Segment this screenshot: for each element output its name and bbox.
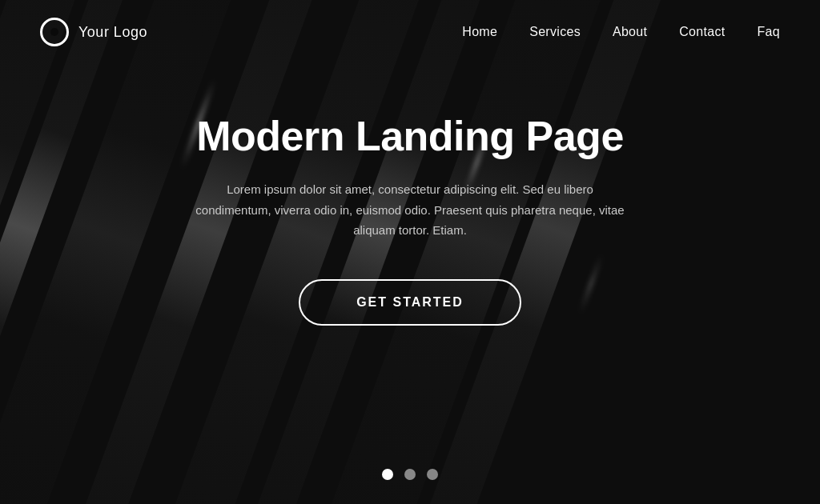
nav-link-faq[interactable]: Faq bbox=[758, 25, 780, 38]
hero-title: Modern Landing Page bbox=[196, 112, 624, 160]
nav-item-home[interactable]: Home bbox=[462, 25, 497, 39]
nav-item-contact[interactable]: Contact bbox=[679, 25, 725, 39]
nav-item-about[interactable]: About bbox=[613, 25, 647, 39]
dot-3[interactable] bbox=[427, 469, 438, 480]
dot-1[interactable] bbox=[382, 469, 393, 480]
navbar: Your Logo Home Services About Contact Fa… bbox=[0, 0, 820, 64]
dot-2[interactable] bbox=[404, 469, 416, 480]
nav-links: Home Services About Contact Faq bbox=[462, 25, 780, 39]
nav-link-home[interactable]: Home bbox=[462, 25, 497, 38]
hero-description: Lorem ipsum dolor sit amet, consectetur … bbox=[194, 179, 626, 241]
nav-link-about[interactable]: About bbox=[613, 25, 647, 38]
logo-icon bbox=[40, 18, 69, 46]
logo-text: Your Logo bbox=[78, 24, 147, 41]
logo-area[interactable]: Your Logo bbox=[40, 18, 147, 46]
nav-link-contact[interactable]: Contact bbox=[679, 25, 725, 38]
nav-link-services[interactable]: Services bbox=[529, 25, 581, 38]
nav-item-services[interactable]: Services bbox=[529, 25, 581, 39]
cta-button[interactable]: GET STARTED bbox=[299, 279, 521, 326]
hero-section: Modern Landing Page Lorem ipsum dolor si… bbox=[0, 64, 820, 326]
nav-item-faq[interactable]: Faq bbox=[758, 25, 780, 39]
dots-indicator bbox=[382, 469, 438, 480]
